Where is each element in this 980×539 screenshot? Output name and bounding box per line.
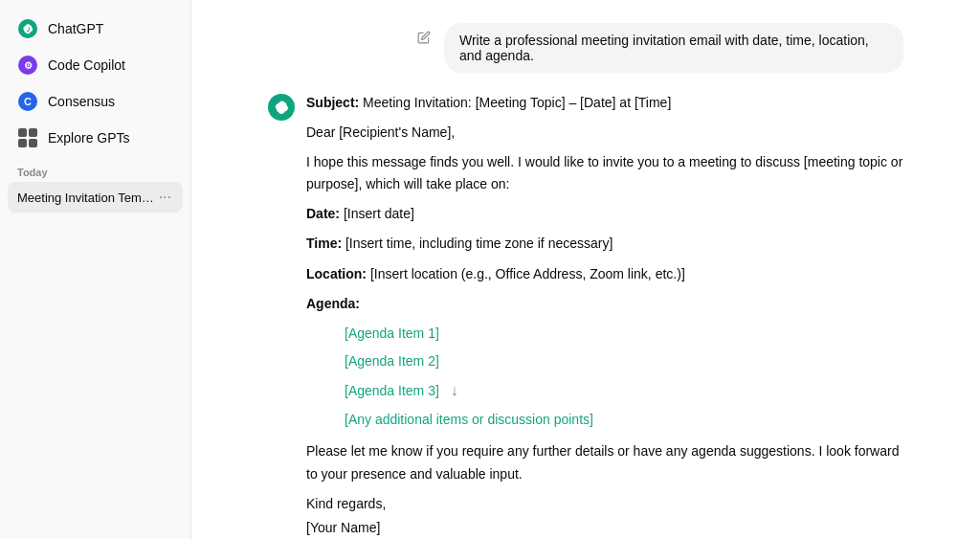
chat-area: Write a professional meeting invitation … bbox=[191, 0, 980, 539]
consensus-icon: C bbox=[17, 91, 38, 112]
agenda-item-2-text: [Agenda Item 2] bbox=[345, 350, 439, 372]
edit-message-icon[interactable] bbox=[417, 31, 431, 47]
main-content: Write a professional meeting invitation … bbox=[191, 0, 980, 539]
subject-label: Subject: bbox=[306, 95, 359, 110]
sidebar-item-explore-gpts[interactable]: Explore GPTs bbox=[8, 121, 183, 155]
email-closing: Please let me know if you require any fu… bbox=[306, 440, 903, 484]
sidebar-item-explore-label: Explore GPTs bbox=[48, 130, 130, 146]
email-subject: Subject: Meeting Invitation: [Meeting To… bbox=[306, 92, 903, 114]
email-intro: I hope this message finds you well. I wo… bbox=[306, 151, 903, 195]
time-value: [Insert time, including time zone if nec… bbox=[342, 236, 612, 251]
date-label: Date: bbox=[306, 206, 340, 221]
agenda-item-1: [Agenda Item 1] bbox=[337, 323, 903, 345]
email-time: Time: [Insert time, including time zone … bbox=[306, 233, 903, 255]
agenda-item-3: [Agenda Item 3] ↓ bbox=[337, 378, 903, 403]
sidebar: ChatGPT ⚙ Code Copilot C Consensus Explo… bbox=[0, 0, 191, 539]
location-label: Location: bbox=[306, 266, 367, 281]
agenda-heading: Agenda: bbox=[306, 293, 903, 315]
email-date: Date: [Insert date] bbox=[306, 203, 903, 225]
agenda-item-4-text: [Any additional items or discussion poin… bbox=[345, 409, 593, 431]
location-value: [Insert location (e.g., Office Address, … bbox=[367, 266, 685, 281]
chatgpt-icon bbox=[17, 18, 38, 39]
sidebar-item-consensus[interactable]: C Consensus bbox=[8, 84, 183, 119]
sidebar-history-item-meeting[interactable]: Meeting Invitation Template ··· bbox=[8, 182, 183, 213]
user-message-text: Write a professional meeting invitation … bbox=[459, 33, 869, 63]
sidebar-history-menu-button[interactable]: ··· bbox=[157, 189, 173, 206]
email-signature: Kind regards, [Your Name] [Your Position… bbox=[306, 493, 903, 539]
ai-message: Subject: Meeting Invitation: [Meeting To… bbox=[268, 92, 903, 539]
date-value: [Insert date] bbox=[340, 206, 414, 221]
sidebar-item-chatgpt[interactable]: ChatGPT bbox=[8, 11, 183, 46]
ai-content: Subject: Meeting Invitation: [Meeting To… bbox=[306, 92, 903, 539]
agenda-list: [Agenda Item 1] [Agenda Item 2] [Agenda … bbox=[306, 323, 903, 432]
ai-avatar bbox=[268, 94, 295, 121]
sidebar-item-chatgpt-label: ChatGPT bbox=[48, 21, 103, 36]
agenda-item-3-text: [Agenda Item 3] bbox=[345, 380, 439, 402]
sidebar-item-code-copilot[interactable]: ⚙ Code Copilot bbox=[8, 48, 183, 82]
scroll-down-icon: ↓ bbox=[451, 378, 458, 403]
sign-off: Kind regards, bbox=[306, 493, 903, 515]
sidebar-section-today: Today bbox=[8, 157, 183, 182]
agenda-item-1-text: [Agenda Item 1] bbox=[345, 323, 439, 345]
agenda-item-2: [Agenda Item 2] bbox=[337, 350, 903, 372]
explore-icon bbox=[17, 127, 38, 148]
sidebar-item-consensus-label: Consensus bbox=[48, 94, 115, 109]
sig-name: [Your Name] bbox=[306, 517, 903, 539]
sidebar-item-copilot-label: Code Copilot bbox=[48, 57, 125, 73]
subject-value: Meeting Invitation: [Meeting Topic] – [D… bbox=[359, 95, 671, 110]
copilot-icon: ⚙ bbox=[17, 55, 38, 76]
time-label: Time: bbox=[306, 236, 342, 251]
agenda-item-4: [Any additional items or discussion poin… bbox=[337, 409, 903, 431]
sidebar-history-label: Meeting Invitation Template bbox=[17, 191, 157, 205]
email-location: Location: [Insert location (e.g., Office… bbox=[306, 263, 903, 285]
email-greeting: Dear [Recipient's Name], bbox=[306, 122, 903, 144]
user-bubble: Write a professional meeting invitation … bbox=[444, 23, 903, 73]
agenda-label: Agenda: bbox=[306, 296, 360, 311]
user-message: Write a professional meeting invitation … bbox=[268, 23, 903, 73]
